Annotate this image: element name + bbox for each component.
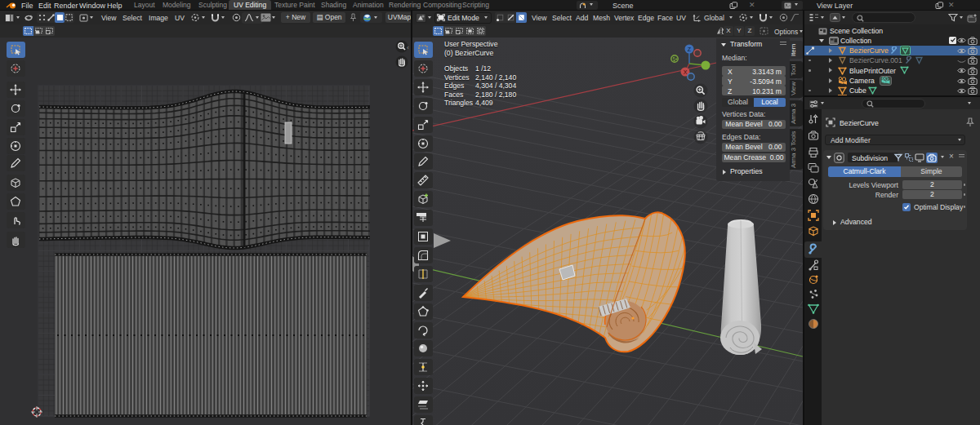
svg-text:X: X — [684, 69, 688, 75]
svg-text:Z: Z — [688, 46, 692, 52]
